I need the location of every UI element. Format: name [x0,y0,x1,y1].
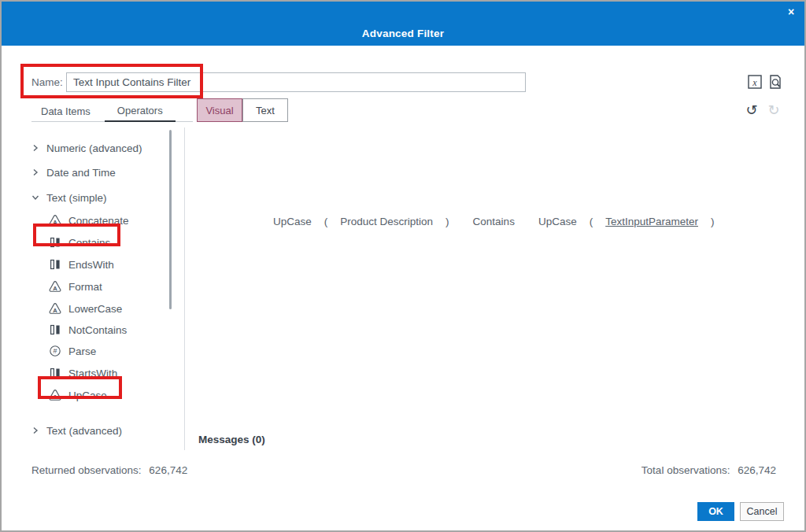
tab-operators[interactable]: Operators [105,101,176,122]
expression-token-[interactable]: ( [590,216,593,227]
tree-item-label: UpCase [68,390,107,401]
messages-label: Messages (0) [198,434,265,445]
expression-token-[interactable]: ( [324,216,328,227]
svg-text:A: A [53,307,57,314]
tree-item-lowercase[interactable]: ALowerCase [49,301,122,316]
expression-builder: UpCase(Product Description)ContainsUpCas… [273,216,714,227]
tree-item-format[interactable]: AFormat [49,279,102,294]
total-observations-value: 626,742 [738,464,776,476]
name-label: Name: [31,76,63,88]
expression-token-upcase[interactable]: UpCase [273,216,312,227]
tree-item-label: Numeric (advanced) [46,142,142,154]
panel-divider [184,127,185,450]
undo-icon[interactable]: ↺ [743,101,760,118]
tree-item-label: Parse [68,345,96,357]
tree-item-upcase[interactable]: AUpCase [49,387,107,403]
returned-observations-label: Returned observations: [31,464,142,476]
dialog-titlebar: Advanced Filter [2,2,804,46]
total-observations: Total observations: 626,742 [641,464,776,476]
cancel-button[interactable]: Cancel [740,502,784,521]
chevron-right-icon[interactable] [31,142,39,154]
close-icon[interactable]: × [784,5,798,19]
tree-item-text-advanced[interactable]: Text (advanced) [31,423,122,438]
search-document-icon[interactable] [766,72,785,91]
chevron-right-icon[interactable] [31,424,39,437]
text-function-icon: A [49,280,61,293]
tree-item-label: LowerCase [68,303,122,315]
returned-observations-value: 626,742 [149,464,187,476]
text-function-icon: A [49,389,61,401]
tree-item-label: Format [68,281,102,293]
svg-text:x: x [752,77,757,88]
tree-item-numeric-advanced[interactable]: Numeric (advanced) [31,140,142,156]
text-function-icon: A [49,214,61,227]
view-toggle: Visual Text [197,98,288,122]
text-function-icon: A [49,302,61,315]
returned-observations: Returned observations: 626,742 [31,464,187,476]
x-variable-icon[interactable]: x [747,74,763,90]
tree-item-label: Text (advanced) [46,425,122,437]
svg-text:A: A [53,393,57,401]
parse-icon: # [49,345,61,357]
tree-item-concatenate[interactable]: AConcatenate [49,212,129,228]
svg-text:A: A [53,285,57,292]
dialog-title: Advanced Filter [362,28,444,46]
expression-token-textinputparameter[interactable]: TextInputParameter [605,216,698,227]
expression-token-[interactable]: ) [711,216,715,227]
tree-item-label: Date and Time [46,167,116,179]
tab-data-items[interactable]: Data Items [31,101,100,121]
svg-text:A: A [53,219,57,226]
compare-icon [49,258,61,271]
compare-icon [49,236,61,249]
chevron-down-icon[interactable] [31,191,39,204]
tree-item-contains[interactable]: Contains [49,235,110,250]
name-input[interactable] [66,72,526,92]
compare-icon [49,323,61,336]
expression-token-upcase[interactable]: UpCase [538,216,577,227]
tree-item-label: Contains [68,237,110,249]
total-observations-label: Total observations: [641,464,730,476]
tree-item-label: NotContains [68,324,127,336]
left-panel-tabs: Data Items Operators [31,101,193,122]
redo-icon[interactable]: ↻ [765,101,782,118]
text-view-button[interactable]: Text [242,98,288,122]
tree-item-label: StartsWith [68,368,117,379]
tree-item-label: Concatenate [68,215,129,227]
tree-item-date-and-time[interactable]: Date and Time [31,164,116,180]
visual-view-button[interactable]: Visual [197,98,242,122]
ok-button[interactable]: OK [697,502,734,521]
tree-item-text-simple[interactable]: Text (simple) [31,190,107,205]
tree-item-parse[interactable]: #Parse [49,343,96,359]
tree-item-notcontains[interactable]: NotContains [49,322,127,338]
tree-scrollbar[interactable] [169,130,172,309]
svg-text:#: # [53,347,57,355]
chevron-right-icon[interactable] [31,166,39,179]
expression-token-[interactable]: ) [446,216,449,227]
tree-item-endswith[interactable]: EndsWith [49,257,114,272]
advanced-filter-dialog: Advanced Filter × Name: x ↺ ↻ Data Items… [0,0,806,532]
expression-token-contains[interactable]: Contains [473,216,515,227]
tree-item-label: EndsWith [68,259,114,271]
expression-token-product-description[interactable]: Product Description [340,216,433,227]
operators-tree: Numeric (advanced)Date and TimeText (sim… [31,130,167,445]
compare-icon [49,367,61,379]
tree-item-startswith[interactable]: StartsWith [49,365,117,381]
tree-item-label: Text (simple) [46,192,107,204]
